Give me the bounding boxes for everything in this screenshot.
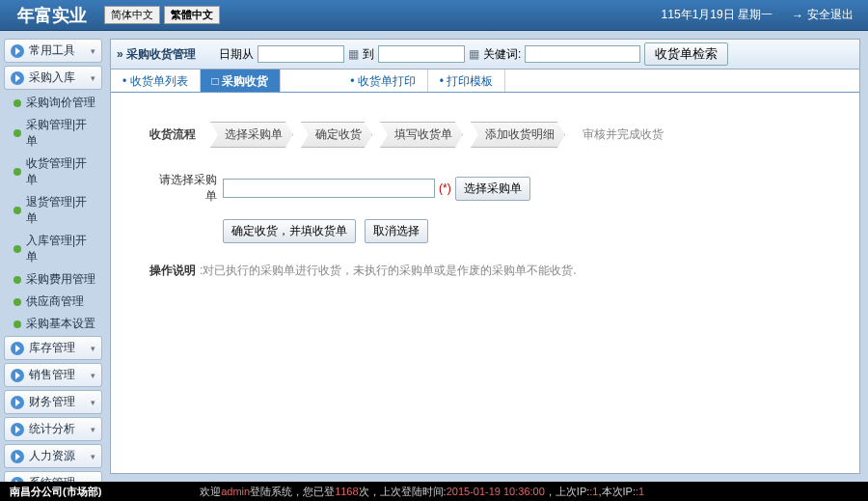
step-3: 填写收货单 — [380, 122, 463, 148]
bullet-icon — [14, 320, 21, 328]
footer-info: 欢迎admin登陆系统，您已登1168次，上次登陆时间:2015-01-19 1… — [200, 485, 644, 499]
play-icon — [11, 450, 24, 463]
bullet-icon — [14, 245, 21, 253]
sidebar-menu-hr[interactable]: 人力资源▾ — [4, 444, 102, 468]
required-mark: (*) — [439, 181, 451, 195]
select-order-button[interactable]: 选择采购单 — [455, 177, 530, 201]
play-icon — [11, 396, 24, 409]
sidebar-sub-cost[interactable]: 采购费用管理 — [4, 269, 102, 290]
bullet-icon — [14, 298, 21, 306]
tab-print[interactable]: • 收货单打印 — [339, 70, 428, 92]
sidebar-menu-stats[interactable]: 统计分析▾ — [4, 417, 102, 441]
bullet-icon — [14, 129, 21, 137]
logout-label: 安全退出 — [807, 7, 854, 23]
keyword-input[interactable] — [525, 45, 640, 63]
sidebar-menu-purchase[interactable]: 采购入库 ▾ — [4, 66, 102, 90]
step-4: 添加收货明细 — [471, 122, 565, 148]
lang-traditional-button[interactable]: 繁體中文 — [164, 6, 220, 24]
calendar-icon[interactable]: ▦ — [469, 47, 479, 61]
date-to-input[interactable] — [378, 45, 465, 63]
tab-list[interactable]: • 收货单列表 — [111, 70, 201, 92]
sidebar-sub-return[interactable]: 退货管理|开单 — [4, 192, 102, 229]
step-2: 确定收货 — [301, 122, 372, 148]
sidebar-menu-inventory[interactable]: 库存管理▾ — [4, 336, 102, 360]
bullet-icon — [14, 168, 21, 176]
arrow-right-icon: → — [792, 9, 803, 22]
chevron-icon: ▾ — [91, 73, 95, 83]
sidebar-menu-label: 常用工具 — [29, 42, 75, 59]
steps-flow: 收货流程 选择采购单 确定收货 填写收货单 添加收货明细 审核并完成收货 — [149, 122, 821, 148]
footer: 南昌分公司(市场部) 欢迎admin登陆系统，您已登1168次，上次登陆时间:2… — [0, 482, 868, 501]
chevron-icon: ▾ — [91, 344, 95, 353]
sidebar-menu-label: 采购入库 — [29, 70, 75, 86]
step-1: 选择采购单 — [210, 122, 293, 148]
form-row: 请选择采购单 (*) 选择采购单 — [149, 172, 821, 205]
form-label: 请选择采购单 — [149, 172, 217, 205]
calendar-icon[interactable]: ▦ — [348, 47, 359, 61]
sidebar-menu-finance[interactable]: 财务管理▾ — [4, 390, 102, 414]
chevron-icon: ▾ — [91, 452, 95, 461]
footer-company: 南昌分公司(市场部) — [10, 485, 101, 499]
tab-template[interactable]: • 打印模板 — [428, 70, 506, 92]
search-button[interactable]: 收货单检索 — [644, 42, 728, 66]
desc-label: 操作说明 — [149, 264, 196, 277]
sidebar-sub-receive[interactable]: 收货管理|开单 — [4, 153, 102, 190]
chevron-icon: ▾ — [91, 371, 95, 380]
keyword-label: 关健词: — [483, 46, 521, 63]
sidebar-sub-supplier[interactable]: 供应商管理 — [4, 292, 102, 312]
chevron-icon: ▾ — [91, 398, 95, 407]
header: 年富实业 简体中文 繁體中文 115年1月19日 星期一 → 安全退出 — [0, 0, 868, 31]
sidebar-sub-purchase[interactable]: 采购管理|开单 — [4, 115, 102, 152]
date-from-label: 日期从 — [219, 46, 254, 63]
toolbar: » 采购收货管理 日期从 ▦ 到 ▦ 关健词: 收货单检索 — [111, 40, 859, 70]
header-date: 115年1月19日 星期一 — [662, 7, 792, 23]
sidebar: 常用工具 ▾ 采购入库 ▾ 采购询价管理 采购管理|开单 收货管理|开单 退货管… — [0, 31, 106, 482]
tab-receive[interactable]: □ 采购收货 — [201, 70, 282, 92]
tabs: • 收货单列表 □ 采购收货 • 收货单打印 • 打印模板 — [111, 70, 859, 93]
panel: » 采购收货管理 日期从 ▦ 到 ▦ 关健词: 收货单检索 • 收货单列表 □ … — [110, 39, 860, 474]
purchase-order-input[interactable] — [223, 179, 435, 198]
sidebar-sub-settings[interactable]: 采购基本设置 — [4, 314, 102, 334]
sidebar-menu-tools[interactable]: 常用工具 ▾ — [4, 39, 102, 63]
step-final: 审核并完成收货 — [573, 126, 664, 143]
chevron-icon: ▾ — [91, 425, 95, 434]
lang-simplified-button[interactable]: 简体中文 — [104, 6, 160, 24]
confirm-button[interactable]: 确定收货，并填收货单 — [223, 219, 356, 243]
play-icon — [11, 369, 24, 382]
bullet-icon — [14, 276, 21, 284]
cancel-button[interactable]: 取消选择 — [365, 219, 428, 243]
logout-link[interactable]: → 安全退出 — [792, 7, 868, 23]
logo: 年富实业 — [0, 4, 104, 27]
content: 收货流程 选择采购单 确定收货 填写收货单 添加收货明细 审核并完成收货 请选择… — [111, 93, 859, 473]
description: 操作说明:对已执行的采购单进行收货，未执行的采购单或是作废的采购单不能收货. — [149, 263, 821, 279]
bullet-icon — [14, 207, 21, 214]
play-icon — [11, 71, 24, 85]
sidebar-sub-quote[interactable]: 采购询价管理 — [4, 93, 102, 113]
steps-label: 收货流程 — [149, 126, 196, 143]
play-icon — [11, 44, 24, 58]
chevron-icon: ▾ — [91, 46, 95, 56]
button-row: 确定收货，并填收货单 取消选择 — [223, 219, 821, 243]
sidebar-sub-stock[interactable]: 入库管理|开单 — [4, 231, 102, 267]
play-icon — [11, 423, 24, 436]
play-icon — [11, 342, 24, 355]
desc-text: :对已执行的采购单进行收货，未执行的采购单或是作废的采购单不能收货. — [200, 264, 577, 277]
page-title: » 采购收货管理 — [117, 46, 196, 63]
date-to-label: 到 — [363, 46, 374, 63]
date-from-input[interactable] — [258, 45, 344, 63]
sidebar-menu-sales[interactable]: 销售管理▾ — [4, 363, 102, 387]
bullet-icon — [14, 99, 21, 107]
lang-bar: 简体中文 繁體中文 — [104, 6, 224, 24]
main: » 采购收货管理 日期从 ▦ 到 ▦ 关健词: 收货单检索 • 收货单列表 □ … — [106, 31, 868, 482]
